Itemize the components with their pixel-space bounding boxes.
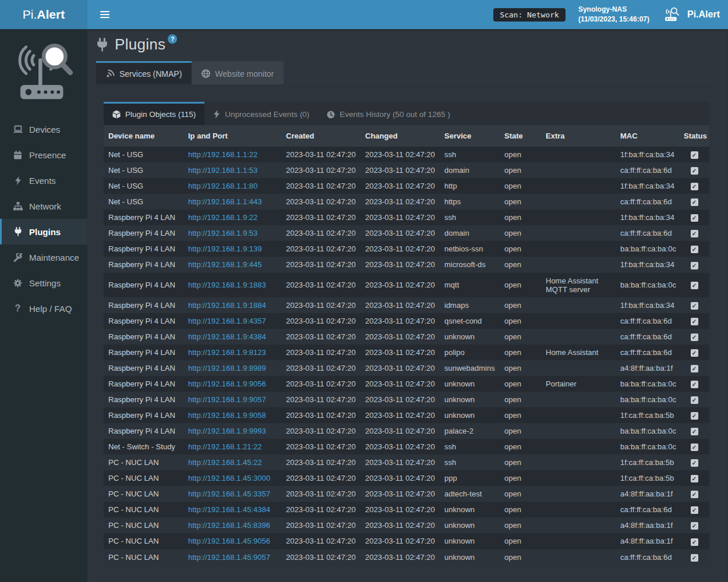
status-checkbox[interactable]: ✓ [691,349,698,357]
table-row: PC - NUC LANhttp://192.168.1.45:30002023… [104,470,709,486]
service-cell: ppp [440,470,500,486]
ip-port-link[interactable]: http://192.168.1.9:1883 [188,281,266,289]
ip-port-link[interactable]: http://192.168.1.45:3000 [188,474,270,482]
device-name-cell: Raspberry Pi 4 LAN [104,257,183,272]
tab-website-monitor[interactable]: Website monitor [192,61,284,84]
column-header-device-name[interactable]: Device name [104,125,183,147]
column-header-created[interactable]: Created [281,125,361,147]
tab-plugin-objects-115[interactable]: Plugin Objects (115) [104,102,204,125]
status-checkbox[interactable]: ✓ [691,443,698,451]
sidebar-item-presence[interactable]: Presence [0,142,87,168]
state-cell: open [500,162,541,178]
top-navbar: Pi.Alert Scan: Network Synology-NAS (11/… [0,0,728,29]
tab-label: Website monitor [215,69,274,79]
status-checkbox[interactable]: ✓ [691,412,698,420]
ip-port-link[interactable]: http://192.168.1.45:4384 [188,505,270,514]
status-cell: ✓ [679,502,709,517]
ip-port-link[interactable]: http://192.168.1.9:9993 [188,427,266,435]
ip-port-link[interactable]: http://192.168.1.45:9056 [188,537,270,545]
service-cell: unknown [440,549,500,565]
ip-port-link[interactable]: http://192.168.1.9:53 [188,229,257,237]
column-header-changed[interactable]: Changed [361,125,440,147]
tab-unprocessed-events-0[interactable]: Unprocessed Events (0) [204,102,318,125]
status-checkbox[interactable]: ✓ [691,396,698,404]
ip-port-link[interactable]: http://192.168.1.9:8123 [188,348,266,357]
status-checkbox[interactable]: ✓ [691,318,698,325]
status-checkbox[interactable]: ✓ [691,183,698,190]
app-menu-button[interactable]: Pi.Alert [662,6,720,23]
ip-port-link[interactable]: http://192.168.1.1:443 [188,197,262,206]
ip-port-link[interactable]: http://192.168.1.9:4357 [188,317,266,325]
ip-port-link[interactable]: http://192.168.1.45:22 [188,458,262,467]
plugin-objects-table: Device nameIp and PortCreatedChangedServ… [104,125,709,565]
changed-cell: 2023-03-11 02:47:20 [361,517,440,533]
sidebar-item-events[interactable]: Events [0,168,87,193]
created-cell: 2023-03-11 02:47:20 [281,313,361,329]
ip-port-link[interactable]: http://192.168.1.1:53 [188,166,257,175]
ip-port-link[interactable]: http://192.168.1.9:9056 [188,379,266,388]
mac-cell: ca:ff:ff:ca:ba:6d [616,329,679,345]
status-checkbox[interactable]: ✓ [691,333,698,341]
brand-logo[interactable]: Pi.Alert [0,0,87,29]
ip-port-link[interactable]: http://192.168.1.9:8989 [188,364,266,372]
ip-port-cell: http://192.168.1.9:9056 [183,376,281,392]
status-checkbox[interactable]: ✓ [691,491,698,498]
ip-port-link[interactable]: http://192.168.1.9:9058 [188,411,266,420]
ip-port-link[interactable]: http://192.168.1.21:22 [188,442,262,451]
status-checkbox[interactable]: ✓ [691,230,698,237]
sidebar-item-network[interactable]: Network [0,193,87,219]
device-name-cell: Raspberry Pi 4 LAN [104,313,183,329]
status-checkbox[interactable]: ✓ [691,167,698,175]
ip-port-link[interactable]: http://192.168.1.45:8396 [188,521,270,530]
status-checkbox[interactable]: ✓ [691,302,698,310]
sidebar-item-devices[interactable]: Devices [0,116,87,142]
sidebar-item-plugins[interactable]: Plugins [0,219,87,244]
status-checkbox[interactable]: ✓ [691,428,698,435]
status-checkbox[interactable]: ✓ [691,365,698,372]
ip-port-link[interactable]: http://192.168.1.9:139 [188,244,262,253]
ip-port-link[interactable]: http://192.168.1.9:445 [188,260,262,269]
help-badge[interactable]: ? [168,34,177,44]
status-checkbox[interactable]: ✓ [691,475,698,482]
column-header-extra[interactable]: Extra [541,125,616,147]
status-checkbox[interactable]: ✓ [691,506,698,514]
ip-port-link[interactable]: http://192.168.1.9:9057 [188,395,266,404]
ip-port-link[interactable]: http://192.168.1.1:80 [188,182,257,190]
column-header-ip-and-port[interactable]: Ip and Port [183,125,281,147]
sidebar-item-help-faq[interactable]: ?Help / FAQ [0,296,87,321]
column-header-service[interactable]: Service [440,125,500,147]
sidebar-item-maintenance[interactable]: Maintenance [0,244,87,270]
status-checkbox[interactable]: ✓ [691,246,698,253]
ip-port-link[interactable]: http://192.168.1.1:22 [188,150,257,159]
column-header-mac[interactable]: MAC [616,125,679,147]
column-header-state[interactable]: State [500,125,541,147]
status-checkbox[interactable]: ✓ [691,198,698,206]
state-cell: open [500,273,541,297]
brand-prefix: Pi. [23,8,37,22]
status-checkbox[interactable]: ✓ [691,538,698,546]
status-checkbox[interactable]: ✓ [691,214,698,222]
tab-services-nmap[interactable]: Services (NMAP) [96,61,192,84]
mac-cell: a4:8f:ff:aa:ba:1f [616,360,679,376]
status-checkbox[interactable]: ✓ [691,151,698,159]
ip-port-link[interactable]: http://192.168.1.9:4384 [188,332,266,341]
ip-port-link[interactable]: http://192.168.1.45:9057 [188,553,270,562]
status-checkbox[interactable]: ✓ [691,522,698,530]
tab-events-history-50-out-of-1265[interactable]: Events History (50 out of 1265 ) [318,102,459,125]
status-cell: ✓ [679,517,709,533]
status-checkbox[interactable]: ✓ [691,459,698,467]
sidebar-item-settings[interactable]: Settings [0,270,87,296]
status-checkbox[interactable]: ✓ [691,262,698,269]
created-cell: 2023-03-11 02:47:20 [281,392,361,407]
status-checkbox[interactable]: ✓ [691,282,698,289]
ip-port-link[interactable]: http://192.168.1.9:22 [188,213,257,222]
ip-port-link[interactable]: http://192.168.1.9:1884 [188,301,266,310]
status-checkbox[interactable]: ✓ [691,381,698,388]
sidebar-toggle-button[interactable] [91,0,119,29]
ip-port-link[interactable]: http://192.168.1.45:3357 [188,489,270,498]
status-checkbox[interactable]: ✓ [691,554,698,562]
created-cell: 2023-03-11 02:47:20 [281,533,361,549]
column-header-status[interactable]: Status [679,125,709,147]
ip-port-cell: http://192.168.1.9:9057 [183,392,281,407]
state-cell: open [500,345,541,360]
